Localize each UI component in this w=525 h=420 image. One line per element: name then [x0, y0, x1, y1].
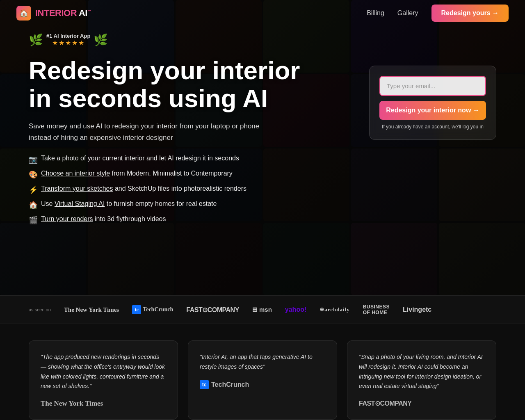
nav-links: Billing Gallery Redesign yours → [367, 5, 509, 22]
hero-left: 🌿 #1 AI Interior App ★★★★★ 🌿 Redesign yo… [29, 33, 324, 225]
award-badge: 🌿 #1 AI Interior App ★★★★★ 🌿 [29, 33, 324, 47]
press-msn-logo: ⊞ msn [252, 306, 272, 313]
hero-headline: Redesign your interior in seconds using … [29, 57, 324, 112]
feature-sketches-text: Transform your sketches and SketchUp fil… [41, 185, 247, 192]
feature-list: 📷 Take a photo of your current interior … [29, 155, 324, 225]
logo-tm: ™ [87, 9, 91, 14]
testimonial-fc: "Snap a photo of your living room, and I… [347, 340, 496, 420]
press-techcrunch-logo: tc TechCrunch [132, 305, 173, 314]
feature-staging-text: Use Virtual Staging AI to furnish empty … [41, 200, 217, 208]
style-emoji: 🎨 [29, 170, 38, 179]
laurel-left-icon: 🌿 [29, 33, 43, 47]
stars: ★★★★★ [46, 39, 90, 47]
testimonial-fc-logo: FAST⊙COMPANY [359, 399, 484, 407]
testimonial-nyt: "The app produced new renderings in seco… [29, 340, 178, 420]
hero-section: 🌿 #1 AI Interior App ★★★★★ 🌿 Redesign yo… [0, 0, 525, 295]
press-nyt-logo: The New York Times [64, 306, 119, 313]
feature-renders: 🎬 Turn your renders into 3d flythrough v… [29, 215, 324, 225]
tc-square-icon: tc [200, 380, 209, 389]
staging-emoji: 🏠 [29, 201, 38, 210]
testimonial-nyt-text: "The app produced new renderings in seco… [41, 352, 166, 391]
hero-subtext: Save money and use AI to redesign your i… [29, 121, 283, 143]
logo-brand: INTERIOR [35, 8, 77, 18]
gallery-link[interactable]: Gallery [397, 9, 418, 17]
transform-sketches-link[interactable]: Transform your sketches [41, 185, 113, 192]
nav-cta-button[interactable]: Redesign yours → [431, 5, 509, 22]
press-fastcompany-logo: FAST⊙COMPANY [186, 306, 239, 314]
laurel-right-icon: 🌿 [94, 33, 108, 47]
form-note: If you already have an account, we'll lo… [379, 124, 486, 130]
testimonial-nyt-logo: The New York Times [41, 399, 166, 408]
logo[interactable]: 🏠 INTERIOR AI™ [16, 6, 91, 21]
testimonial-tc-logo: tc TechCrunch [200, 380, 325, 389]
hero-content: 🌿 #1 AI Interior App ★★★★★ 🌿 Redesign yo… [29, 33, 496, 225]
testimonials-section: "The app produced new renderings in seco… [0, 324, 525, 420]
testimonial-tc-text: "Interior AI, an app that taps generativ… [200, 352, 325, 372]
as-seen-on-label: as seen on [29, 307, 51, 312]
email-form-card: Redesign your interior now → If you alre… [369, 66, 496, 140]
renders-emoji: 🎬 [29, 216, 38, 225]
press-boh-logo: BUSINESSOF HOME [363, 304, 390, 315]
testimonial-tc: "Interior AI, an app that taps generativ… [188, 340, 337, 420]
tc-icon: tc [132, 305, 141, 314]
feature-style: 🎨 Choose an interior style from Modern, … [29, 170, 324, 179]
award-title: #1 AI Interior App [46, 33, 90, 39]
press-logos-container: The New York Times tc TechCrunch FAST⊙CO… [64, 304, 496, 315]
logo-text: INTERIOR AI™ [35, 8, 91, 18]
navigation: 🏠 INTERIOR AI™ Billing Gallery Redesign … [0, 0, 525, 26]
logo-icon: 🏠 [16, 6, 31, 21]
feature-renders-text: Turn your renders into 3d flythrough vid… [41, 215, 166, 223]
feature-photo: 📷 Take a photo of your current interior … [29, 155, 324, 164]
testimonial-fc-text: "Snap a photo of your living room, and I… [359, 352, 484, 391]
logo-ai: AI [79, 8, 87, 18]
photo-emoji: 📷 [29, 155, 38, 164]
email-input[interactable] [379, 76, 486, 96]
press-archdaily-logo: ⊕archdaily [320, 306, 349, 313]
feature-staging: 🏠 Use Virtual Staging AI to furnish empt… [29, 200, 324, 210]
virtual-staging-link[interactable]: Virtual Staging AI [55, 200, 105, 207]
take-photo-link[interactable]: Take a photo [41, 155, 79, 162]
feature-sketches: ⚡ Transform your sketches and SketchUp f… [29, 185, 324, 194]
sketches-emoji: ⚡ [29, 185, 38, 194]
turn-renders-link[interactable]: Turn your renders [41, 215, 93, 222]
billing-link[interactable]: Billing [367, 9, 384, 17]
feature-photo-text: Take a photo of your current interior an… [41, 155, 239, 162]
press-bar: as seen on The New York Times tc TechCru… [0, 295, 525, 324]
press-livingetc-logo: Livingetc [403, 306, 431, 313]
tc-text: TechCrunch [143, 306, 173, 313]
press-yahoo-logo: yahoo! [285, 306, 306, 313]
feature-style-text: Choose an interior style from Modern, Mi… [41, 170, 233, 177]
award-text: #1 AI Interior App ★★★★★ [46, 33, 90, 47]
choose-style-link[interactable]: Choose an interior style [41, 170, 110, 177]
redesign-cta-button[interactable]: Redesign your interior now → [379, 101, 486, 120]
